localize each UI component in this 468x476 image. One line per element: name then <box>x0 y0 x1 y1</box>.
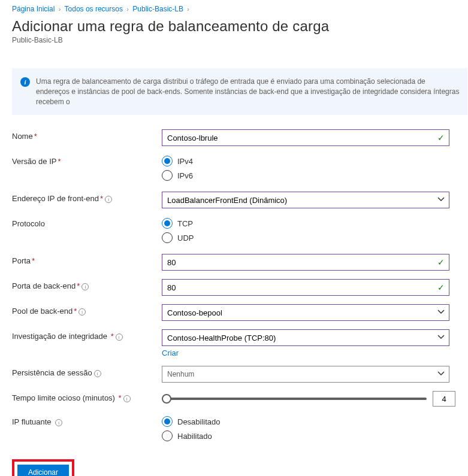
create-probe-link[interactable]: Criar <box>162 348 179 357</box>
help-icon[interactable]: i <box>55 419 62 426</box>
label-floating-ip: IP flutuante i <box>12 415 162 426</box>
page-subtitle: Public-Basic-LB <box>12 36 468 44</box>
chevron-right-icon: › <box>126 5 129 13</box>
session-persistence-select[interactable]: Nenhum <box>162 366 449 383</box>
backend-pool-select[interactable]: Contoso-bepool <box>162 304 449 321</box>
breadcrumb-home[interactable]: Página Inicial <box>12 5 55 13</box>
protocol-radio-group: TCP UDP <box>162 217 449 243</box>
backend-port-input[interactable] <box>162 279 449 296</box>
help-icon[interactable]: i <box>105 196 112 203</box>
help-icon[interactable]: i <box>94 370 101 377</box>
chevron-right-icon: › <box>59 5 61 13</box>
label-health-probe: Investigação de integridade *i <box>12 329 162 341</box>
label-port: Porta* <box>12 254 162 265</box>
idle-timeout-slider[interactable] <box>162 398 427 400</box>
label-session-persistence: Persistência de sessãoi <box>12 366 162 377</box>
udp-radio[interactable]: UDP <box>162 232 449 243</box>
chevron-right-icon: › <box>187 5 189 13</box>
help-icon[interactable]: i <box>78 308 86 316</box>
label-protocol: Protocolo <box>12 217 162 228</box>
health-probe-select[interactable]: Contoso-HealthProbe (TCP:80) <box>162 329 449 346</box>
info-text: Uma regra de balanceamento de carga dist… <box>36 77 460 107</box>
breadcrumb: Página Inicial › Todos os recursos › Pub… <box>12 5 468 13</box>
label-backend-port: Porta de back-end*i <box>12 279 162 290</box>
slider-thumb[interactable] <box>162 394 171 404</box>
idle-timeout-value[interactable] <box>433 391 455 407</box>
label-idle-timeout: Tempo limite ocioso (minutos) *i <box>12 391 162 402</box>
ipv6-radio[interactable]: IPv6 <box>162 170 449 181</box>
label-frontend-ip: Endereço IP de front-end*i <box>12 192 162 203</box>
ipv4-radio[interactable]: IPv4 <box>162 156 449 166</box>
breadcrumb-all-resources[interactable]: Todos os recursos <box>65 5 123 13</box>
floating-ip-disabled-radio[interactable]: Desabilitado <box>162 416 449 427</box>
frontend-ip-select[interactable]: LoadBalancerFrontEnd (Dinâmico) <box>162 192 449 208</box>
check-icon: ✓ <box>437 283 445 292</box>
ipversion-radio-group: IPv4 IPv6 <box>162 154 449 181</box>
help-icon[interactable]: i <box>81 283 89 290</box>
tcp-radio[interactable]: TCP <box>162 218 449 229</box>
page-title: Adicionar uma regra de balanceamento de … <box>12 18 468 35</box>
label-name: Nome* <box>12 129 162 141</box>
help-icon[interactable]: i <box>116 333 123 341</box>
label-backend-pool: Pool de back-end*i <box>12 304 162 316</box>
add-button[interactable]: Adicionar <box>17 465 69 476</box>
name-input[interactable] <box>162 129 449 146</box>
info-icon: i <box>20 77 30 87</box>
port-input[interactable] <box>162 254 449 271</box>
check-icon: ✓ <box>437 133 445 143</box>
breadcrumb-resource[interactable]: Public-Basic-LB <box>132 5 183 13</box>
info-banner: i Uma regra de balanceamento de carga di… <box>12 68 467 115</box>
help-icon[interactable]: i <box>123 395 131 402</box>
add-button-highlight: Adicionar <box>12 459 74 476</box>
label-ipversion: Versão de IP* <box>12 154 162 166</box>
floating-ip-enabled-radio[interactable]: Habilitado <box>162 430 449 441</box>
check-icon: ✓ <box>437 257 445 267</box>
floating-ip-radio-group: Desabilitado Habilitado <box>162 415 449 441</box>
